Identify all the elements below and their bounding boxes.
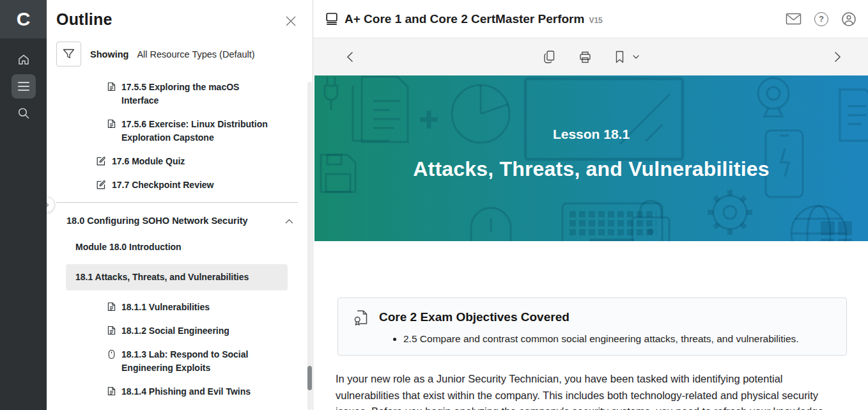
objectives-title: Core 2 Exam Objectives Covered <box>379 310 570 324</box>
help-button[interactable]: ? <box>814 12 828 26</box>
outline-title: Outline <box>47 0 313 29</box>
outline-item[interactable]: 17.7 Checkpoint Review <box>47 178 313 192</box>
outline-menu-button[interactable] <box>12 74 36 99</box>
chevron-down-icon <box>633 55 639 59</box>
outline-item[interactable]: 18.1.3 Lab: Respond to Social Engineerin… <box>47 348 313 375</box>
previous-page-button[interactable] <box>346 51 353 63</box>
app-rail: C <box>0 0 47 410</box>
chevron-left-icon <box>346 51 353 63</box>
outline-section-18-0[interactable]: 18.0 Configuring SOHO Network Security <box>47 214 313 228</box>
comptia-logo[interactable]: C <box>0 0 47 38</box>
document-icon <box>107 386 116 396</box>
lesson-toolbar <box>313 38 868 75</box>
messages-button[interactable] <box>786 13 802 25</box>
bookmark-icon <box>615 51 624 63</box>
close-outline-button[interactable] <box>285 15 297 27</box>
showing-label: Showing <box>90 49 128 59</box>
outline-item[interactable]: 18.1.4 Phishing and Evil Twins <box>47 385 313 398</box>
outline-item[interactable]: Module 18.0 Introduction <box>47 240 313 254</box>
document-icon <box>107 302 116 311</box>
next-page-button[interactable] <box>834 51 841 63</box>
resource-filter-row: Showing All Resource Types (Default) <box>56 42 313 67</box>
outline-tree: 17.5.5 Exploring the macOS Interface 17.… <box>47 81 313 398</box>
document-icon <box>107 82 116 91</box>
copy-button[interactable] <box>543 50 555 64</box>
quiz-icon <box>96 180 106 190</box>
copy-icon <box>543 50 555 64</box>
search-button[interactable] <box>12 101 36 125</box>
home-icon <box>17 53 30 66</box>
lesson-content: Core 2 Exam Objectives Covered 2.5 Compa… <box>313 241 868 410</box>
menu-icon <box>17 81 30 91</box>
filter-funnel-icon <box>63 49 75 60</box>
objective-item: 2.5 Compare and contrast common social e… <box>403 332 833 346</box>
help-icon: ? <box>814 12 828 26</box>
document-icon <box>107 119 116 129</box>
bookmark-button[interactable] <box>615 51 624 63</box>
mail-icon <box>786 13 802 25</box>
outline-panel: Outline Showing All Resource Types (Defa… <box>47 0 313 410</box>
chevron-right-icon <box>834 51 841 63</box>
account-icon <box>841 12 856 27</box>
outline-item[interactable]: 17.5.5 Exploring the macOS Interface <box>47 81 313 107</box>
quiz-icon <box>96 156 106 166</box>
close-icon <box>285 15 297 27</box>
outline-scrollbar-thumb[interactable] <box>307 366 312 390</box>
exam-objectives-box: Core 2 Exam Objectives Covered 2.5 Compa… <box>337 297 847 356</box>
lesson-hero-banner: Lesson 18.1 Attacks, Threats, and Vulner… <box>314 75 868 241</box>
course-version-badge: V15 <box>589 16 602 25</box>
bookmark-menu-button[interactable] <box>633 55 639 59</box>
outline-divider <box>56 202 298 203</box>
course-icon <box>325 12 339 26</box>
lesson-title: Attacks, Threats, and Vulnerabilities <box>314 157 868 181</box>
outline-item[interactable]: 18.1.1 Vulnerabilities <box>47 301 313 314</box>
print-button[interactable] <box>578 51 592 64</box>
objectives-list: 2.5 Compare and contrast common social e… <box>353 332 833 346</box>
search-icon <box>17 107 30 120</box>
certificate-icon <box>353 308 370 326</box>
main-area: A+ Core 1 and Core 2 CertMaster Perform … <box>313 0 868 410</box>
home-button[interactable] <box>12 47 36 72</box>
course-header: A+ Core 1 and Core 2 CertMaster Perform … <box>313 0 868 38</box>
outline-item-selected[interactable]: 18.1 Attacks, Threats, and Vulnerabiliti… <box>66 264 288 290</box>
outline-item[interactable]: 18.1.2 Social Engineering <box>47 324 313 338</box>
lesson-intro-paragraph: In your new role as a Junior Security Te… <box>336 371 841 410</box>
printer-icon <box>578 51 592 64</box>
course-title: A+ Core 1 and Core 2 CertMaster Perform <box>345 12 584 26</box>
lesson-number: Lesson 18.1 <box>314 127 868 142</box>
showing-value[interactable]: All Resource Types (Default) <box>137 49 254 59</box>
outline-item[interactable]: 17.5.6 Exercise: Linux Distribution Expl… <box>47 118 313 145</box>
document-icon <box>107 326 116 335</box>
lab-mouse-icon <box>107 349 116 359</box>
filter-button[interactable] <box>56 42 81 67</box>
outline-scrollbar[interactable] <box>307 82 312 410</box>
outline-item[interactable]: 17.6 Module Quiz <box>47 155 313 168</box>
chevron-up-icon[interactable] <box>285 219 293 224</box>
account-button[interactable] <box>841 12 856 27</box>
